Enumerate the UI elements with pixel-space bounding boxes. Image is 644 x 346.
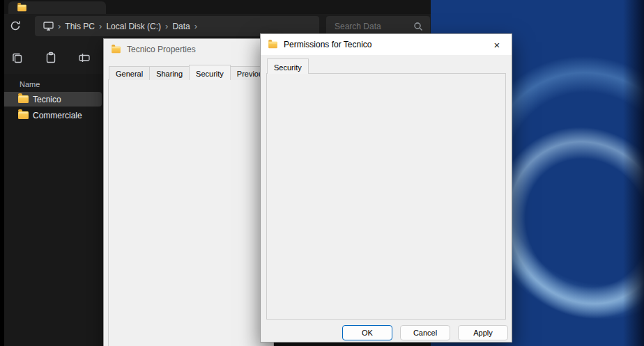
close-button[interactable]: × xyxy=(482,34,512,55)
this-pc-icon[interactable] xyxy=(43,22,54,31)
permissions-dialog-title: Permissions for Tecnico xyxy=(284,40,372,49)
folder-icon xyxy=(18,111,29,119)
folder-icon xyxy=(268,41,277,47)
search-icon xyxy=(413,22,423,31)
chevron-right-icon xyxy=(58,21,61,31)
wallpaper-edge-shade xyxy=(623,0,644,346)
copy-icon xyxy=(11,52,24,64)
file-row-tecnico[interactable]: Tecnico xyxy=(1,92,102,107)
window-left-edge xyxy=(0,0,4,346)
tab-security[interactable]: Security xyxy=(267,58,309,74)
explorer-tab-bar xyxy=(0,0,431,14)
folder-icon xyxy=(112,46,121,52)
chevron-right-icon xyxy=(99,21,102,31)
copy-button[interactable] xyxy=(7,47,28,68)
close-icon: × xyxy=(494,39,500,51)
permissions-dialog: Permissions for Tecnico × Security Objec… xyxy=(260,33,512,343)
permissions-tab-page xyxy=(266,73,506,320)
apply-button[interactable]: Apply xyxy=(458,325,508,340)
ok-button[interactable]: OK xyxy=(342,325,392,340)
breadcrumb-item-this-pc[interactable]: This PC xyxy=(65,22,95,31)
ok-button-label: OK xyxy=(362,329,373,337)
refresh-button[interactable] xyxy=(6,17,24,35)
file-row-commerciale[interactable]: Commerciale xyxy=(1,108,102,123)
properties-dialog: Tecnico Properties General Sharing Secur… xyxy=(103,38,274,346)
breadcrumb-item-local-disk[interactable]: Local Disk (C:) xyxy=(106,22,161,31)
paste-button[interactable] xyxy=(40,47,61,68)
properties-dialog-titlebar[interactable]: Tecnico Properties xyxy=(104,39,273,60)
tab-general[interactable]: General xyxy=(109,66,150,80)
apply-button-label: Apply xyxy=(473,329,493,337)
chevron-right-icon xyxy=(165,21,168,31)
cancel-button-label: Cancel xyxy=(413,329,437,337)
cancel-button[interactable]: Cancel xyxy=(400,325,450,340)
folder-icon xyxy=(18,95,29,103)
tab-sharing[interactable]: Sharing xyxy=(149,66,190,80)
properties-dialog-title: Tecnico Properties xyxy=(127,45,196,54)
permissions-tab-strip: Security xyxy=(267,60,308,74)
chevron-right-icon xyxy=(194,21,197,31)
paste-icon xyxy=(45,52,57,64)
search-input[interactable] xyxy=(333,21,413,32)
explorer-tab[interactable] xyxy=(8,1,106,14)
screen: This PC Local Disk (C:) Data xyxy=(0,0,644,346)
breadcrumb-item-data[interactable]: Data xyxy=(172,22,190,31)
refresh-icon xyxy=(10,20,21,31)
folder-icon xyxy=(17,4,26,10)
file-name: Tecnico xyxy=(33,95,61,104)
file-name: Commerciale xyxy=(33,111,82,120)
rename-button[interactable] xyxy=(74,47,95,68)
permissions-dialog-titlebar[interactable]: Permissions for Tecnico xyxy=(261,34,512,55)
properties-tab-page xyxy=(108,79,274,346)
name-column-header[interactable]: Name xyxy=(20,80,40,88)
rename-icon xyxy=(78,52,91,64)
tab-security[interactable]: Security xyxy=(189,65,231,80)
